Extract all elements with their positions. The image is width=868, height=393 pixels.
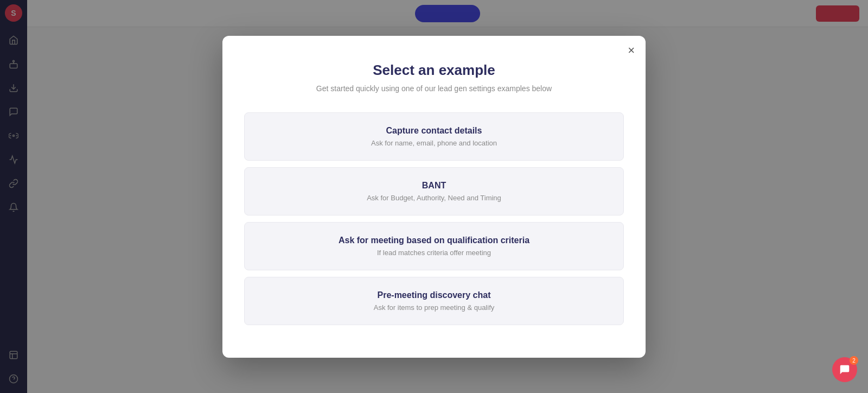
- option-ask-meeting-title: Ask for meeting based on qualification c…: [262, 236, 606, 245]
- modal-overlay: × Select an example Get started quickly …: [0, 0, 868, 393]
- modal-subtitle: Get started quickly using one of our lea…: [244, 84, 624, 93]
- example-options-list: Capture contact details Ask for name, em…: [244, 112, 624, 325]
- modal-title: Select an example: [244, 62, 624, 79]
- option-pre-meeting-title: Pre-meeting discovery chat: [262, 290, 606, 300]
- option-capture-contact-title: Capture contact details: [262, 126, 606, 136]
- select-example-modal: × Select an example Get started quickly …: [222, 36, 646, 358]
- chat-widget-button[interactable]: 2: [832, 357, 857, 382]
- example-option-ask-meeting[interactable]: Ask for meeting based on qualification c…: [244, 222, 624, 270]
- chat-badge: 2: [850, 356, 858, 365]
- example-option-pre-meeting[interactable]: Pre-meeting discovery chat Ask for items…: [244, 277, 624, 325]
- example-option-capture-contact[interactable]: Capture contact details Ask for name, em…: [244, 112, 624, 161]
- modal-close-button[interactable]: ×: [628, 45, 635, 56]
- option-capture-contact-desc: Ask for name, email, phone and location: [262, 139, 606, 147]
- option-ask-meeting-desc: If lead matches criteria offer meeting: [262, 249, 606, 257]
- option-pre-meeting-desc: Ask for items to prep meeting & qualify: [262, 303, 606, 312]
- example-option-bant[interactable]: BANT Ask for Budget, Authority, Need and…: [244, 167, 624, 215]
- option-bant-desc: Ask for Budget, Authority, Need and Timi…: [262, 194, 606, 202]
- option-bant-title: BANT: [262, 181, 606, 191]
